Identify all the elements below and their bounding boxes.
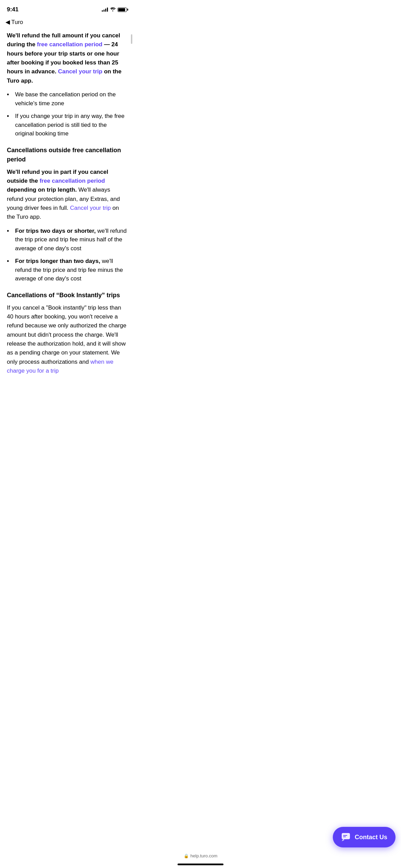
section-3-heading: Cancellations of “Book Instantly” trips bbox=[7, 291, 127, 300]
section-2-heading: Cancellations outside free cancellation … bbox=[7, 146, 127, 164]
cancel-trip-link-2[interactable]: Cancel your trip bbox=[70, 205, 111, 211]
bullet-dot: • bbox=[7, 112, 14, 121]
scroll-indicator bbox=[131, 34, 132, 44]
main-content: We'll refund the full amount if you canc… bbox=[0, 28, 134, 421]
charge-link[interactable]: when we charge you for a trip bbox=[7, 359, 113, 374]
bullet-list-1: • We base the cancellation period on the… bbox=[7, 90, 127, 138]
status-icons bbox=[102, 7, 127, 12]
status-bar: 9:41 bbox=[0, 0, 134, 17]
back-button[interactable]: ◀ Turo bbox=[5, 19, 23, 26]
signal-icon bbox=[102, 8, 108, 12]
wifi-icon bbox=[110, 7, 116, 12]
free-cancellation-link-2[interactable]: free cancellation period bbox=[39, 178, 105, 184]
section-2-paragraph: We'll refund you in part if you cancel o… bbox=[7, 168, 127, 222]
battery-icon bbox=[118, 8, 127, 12]
free-cancellation-link-1[interactable]: free cancellation period bbox=[37, 41, 102, 48]
intro-paragraph: We'll refund the full amount if you canc… bbox=[7, 31, 127, 85]
section-3-paragraph: If you cancel a "Book instantly" trip le… bbox=[7, 303, 127, 376]
list-item: • For trips two days or shorter, we'll r… bbox=[7, 227, 127, 253]
cancel-trip-link-1[interactable]: Cancel your trip bbox=[58, 68, 102, 75]
bullet-list-2: • For trips two days or shorter, we'll r… bbox=[7, 227, 127, 283]
back-label: Turo bbox=[11, 19, 23, 26]
bullet-dot: • bbox=[7, 90, 14, 99]
list-item: • If you change your trip in any way, th… bbox=[7, 112, 127, 138]
list-item: • We base the cancellation period on the… bbox=[7, 90, 127, 108]
back-chevron-icon: ◀ bbox=[5, 19, 10, 26]
status-time: 9:41 bbox=[7, 6, 19, 13]
bullet-dot: • bbox=[7, 227, 14, 236]
list-item: • For trips longer than two days, we'll … bbox=[7, 257, 127, 283]
bullet-dot: • bbox=[7, 257, 14, 266]
nav-bar: ◀ Turo bbox=[0, 17, 134, 28]
